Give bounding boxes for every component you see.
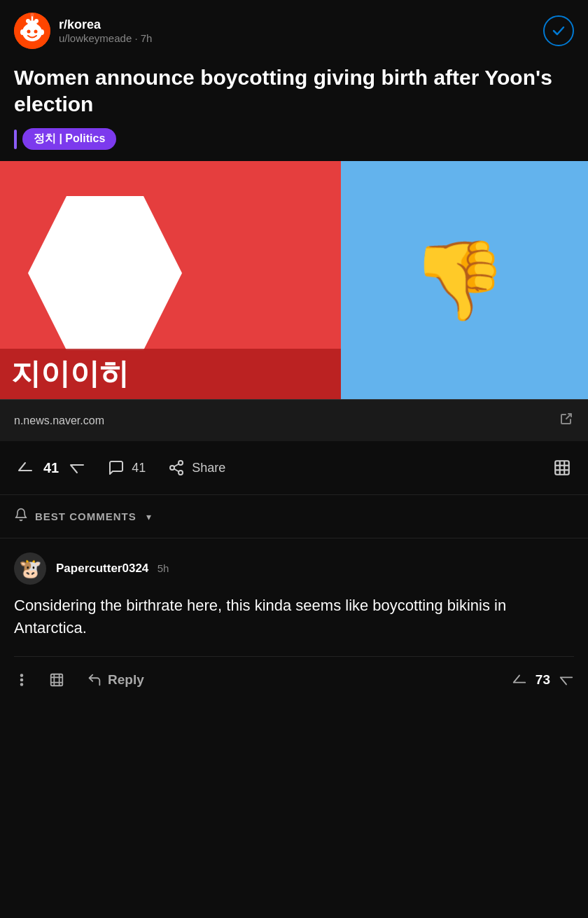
tag-indicator: [14, 130, 17, 149]
comment-downvote-button[interactable]: [559, 667, 574, 693]
post-header: r/korea u/lowkeymeade · 7h: [0, 0, 588, 57]
verified-checkmark[interactable]: [543, 15, 574, 46]
svg-point-7: [27, 30, 31, 34]
downvote-button[interactable]: [69, 454, 85, 482]
commenter-avatar[interactable]: 🐮: [14, 552, 46, 585]
thumbs-down-image: 👎: [329, 161, 588, 399]
svg-point-3: [26, 19, 30, 23]
bell-icon: [14, 508, 28, 525]
svg-point-12: [178, 461, 183, 465]
comment-user-info: Papercutter0324 5h: [56, 562, 169, 576]
politics-tag[interactable]: 정치 | Politics: [22, 128, 116, 150]
svg-point-6: [31, 13, 34, 17]
upvote-button[interactable]: [17, 454, 34, 482]
reply-button[interactable]: Reply: [87, 672, 144, 688]
link-url: n.news.naver.com: [14, 415, 104, 427]
svg-point-8: [34, 30, 38, 34]
svg-rect-25: [51, 674, 63, 686]
sort-chevron[interactable]: ▾: [146, 511, 151, 522]
commenter-name[interactable]: Papercutter0324: [56, 562, 148, 575]
best-comments-label: BEST COMMENTS: [35, 510, 136, 522]
svg-line-16: [174, 464, 179, 467]
header-left: r/korea u/lowkeymeade · 7h: [14, 13, 152, 49]
svg-point-4: [34, 19, 38, 23]
comment-actions: Reply 73: [14, 656, 574, 707]
share-label: Share: [192, 461, 225, 475]
external-link-icon: [559, 411, 574, 430]
korean-text-overlay: 지이이히: [0, 349, 341, 399]
comment-time: 5h: [158, 562, 169, 574]
save-section[interactable]: [553, 459, 571, 477]
svg-point-22: [21, 674, 23, 676]
comment-block: 🐮 Papercutter0324 5h Considering the bir…: [0, 538, 588, 707]
save-comment-button[interactable]: [49, 667, 64, 693]
svg-point-10: [40, 29, 44, 35]
comments-section[interactable]: 41: [108, 459, 146, 476]
svg-point-14: [178, 471, 183, 475]
more-options-button[interactable]: [14, 667, 29, 693]
comment-text: Considering the birthrate here, this kin…: [14, 594, 574, 656]
svg-point-23: [21, 679, 23, 681]
header-text: r/korea u/lowkeymeade · 7h: [59, 18, 152, 44]
reply-label: Reply: [108, 672, 144, 688]
svg-point-9: [20, 29, 24, 35]
svg-line-11: [566, 415, 571, 419]
vote-count: 41: [43, 460, 59, 476]
post-image: 지이이히 👎: [0, 161, 588, 399]
comment-upvote-button[interactable]: [512, 667, 527, 693]
avatar-emoji: 🐮: [19, 558, 41, 580]
post-image-container[interactable]: 지이이히 👎 n.news.naver.com: [0, 161, 588, 441]
svg-point-24: [21, 683, 23, 686]
comment-header: 🐮 Papercutter0324 5h: [14, 552, 574, 585]
svg-point-13: [170, 466, 174, 470]
link-bar[interactable]: n.news.naver.com: [0, 399, 588, 441]
subreddit-icon[interactable]: [14, 13, 50, 49]
post-title: Women announce boycotting giving birth a…: [0, 57, 588, 128]
comments-count: 41: [132, 461, 146, 475]
svg-rect-17: [555, 461, 569, 475]
subreddit-name[interactable]: r/korea: [59, 18, 152, 32]
action-bar: 41 41 Share: [0, 441, 588, 495]
tag-container: 정치 | Politics: [0, 128, 588, 161]
vote-section: 41: [17, 454, 85, 482]
share-section[interactable]: Share: [168, 459, 225, 476]
svg-line-15: [174, 469, 179, 472]
best-comments-bar[interactable]: BEST COMMENTS ▾: [0, 495, 588, 538]
post-meta: u/lowkeymeade · 7h: [59, 32, 152, 44]
comment-vote-count: 73: [536, 672, 550, 688]
comment-vote-section: 73: [512, 667, 574, 693]
